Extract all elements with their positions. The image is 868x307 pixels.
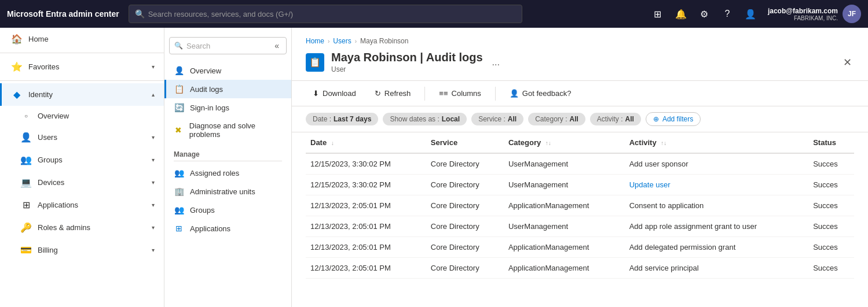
download-button[interactable]: ⬇ Download — [306, 86, 363, 101]
cell-activity: Add user sponsor — [625, 153, 809, 175]
cell-service: Core Directory — [426, 195, 504, 216]
cell-date: 12/13/2023, 2:05:01 PM — [306, 237, 426, 258]
more-options-button[interactable]: ... — [490, 55, 502, 70]
devices-icon: 💻 — [20, 177, 32, 188]
feedback-icon-btn[interactable]: 👤 — [740, 3, 761, 24]
toolbar: ⬇ Download ↻ Refresh ≡≡ Columns 👤 Got fe… — [292, 81, 868, 106]
filter-show-dates[interactable]: Show dates as : Local — [383, 113, 467, 125]
column-date: Date ↓ — [306, 132, 426, 153]
feedback-button[interactable]: 👤 Got feedback? — [503, 86, 578, 101]
search-input[interactable] — [148, 10, 516, 19]
cell-activity: Add service principal — [625, 258, 809, 279]
columns-button[interactable]: ≡≡ Columns — [432, 86, 488, 101]
overview-icon: 👤 — [174, 66, 184, 75]
cell-category: UserManagement — [504, 175, 625, 195]
cell-status: Succes — [808, 258, 854, 279]
column-category: Category ↑↓ — [504, 132, 625, 153]
circle-icon: ○ — [20, 113, 32, 119]
table-row: 12/15/2023, 3:30:02 PM Core Directory Us… — [306, 175, 854, 195]
filter-activity[interactable]: Activity : All — [590, 113, 641, 125]
section-divider — [174, 161, 282, 161]
collapse-nav-button[interactable]: « — [272, 40, 281, 51]
cell-service: Core Directory — [426, 216, 504, 237]
inner-nav-item-admin-units[interactable]: 🏢 Administrative units — [164, 182, 291, 201]
cell-category: ApplicationManagement — [504, 237, 625, 258]
refresh-button[interactable]: ↻ Refresh — [368, 86, 418, 101]
inner-nav-search[interactable]: 🔍 « — [169, 37, 287, 54]
inner-nav-item-label: Overview — [190, 66, 221, 75]
close-button[interactable]: ✕ — [841, 54, 854, 71]
breadcrumb-separator: › — [328, 38, 329, 45]
toolbar-divider — [495, 87, 496, 101]
table-row: 12/13/2023, 2:05:01 PM Core Directory Ap… — [306, 195, 854, 216]
inner-nav-item-label: Administrative units — [190, 187, 255, 196]
portal-icon-btn[interactable]: ⊞ — [647, 3, 668, 24]
settings-icon-btn[interactable]: ⚙ — [694, 3, 715, 24]
sidebar-item-favorites[interactable]: ⭐ Favorites ▾ — [0, 56, 164, 78]
refresh-icon: ↻ — [375, 89, 381, 98]
cell-activity: Consent to application — [625, 195, 809, 216]
columns-icon: ≡≡ — [439, 89, 448, 98]
help-icon-btn[interactable]: ? — [717, 3, 738, 24]
feedback-icon: 👤 — [510, 89, 519, 98]
assigned-roles-icon: 👥 — [174, 168, 184, 177]
table-header-row: Date ↓ Service Category ↑↓ Activity ↑↓ — [306, 132, 854, 153]
cell-activity: Add app role assignment grant to user — [625, 216, 809, 237]
audit-logs-icon: 📋 — [174, 84, 184, 94]
table-row: 12/13/2023, 2:05:01 PM Core Directory Us… — [306, 216, 854, 237]
cell-activity[interactable]: Update user — [625, 175, 809, 195]
sidebar-item-overview[interactable]: ○ Overview — [0, 106, 164, 126]
breadcrumb-home[interactable]: Home — [306, 37, 324, 45]
add-filters-button[interactable]: ⊕ Add filters — [646, 112, 701, 126]
sort-icon[interactable]: ↑↓ — [661, 140, 666, 146]
notification-icon-btn[interactable]: 🔔 — [671, 3, 691, 24]
filter-category-value: All — [570, 115, 578, 123]
admin-units-icon: 🏢 — [174, 187, 184, 196]
manage-section-header: Manage — [164, 143, 291, 161]
user-menu[interactable]: jacob@fabrikam.com FABRIKAM, INC. JF — [768, 5, 861, 23]
inner-nav-item-overview[interactable]: 👤 Overview — [164, 61, 291, 80]
filter-category[interactable]: Category : All — [528, 113, 585, 125]
inner-navigation: 🔍 « 👤 Overview 📋 Audit logs 🔄 Sign-in lo… — [164, 28, 292, 307]
cell-status: Succes — [808, 237, 854, 258]
inner-nav-item-diagnose[interactable]: ✖ Diagnose and solve problems — [164, 117, 291, 143]
filters-row: Date : Last 7 days Show dates as : Local… — [292, 106, 868, 132]
table-row: 12/13/2023, 2:05:01 PM Core Directory Ap… — [306, 258, 854, 279]
filter-service[interactable]: Service : All — [471, 113, 523, 125]
inner-nav-item-applications-manage[interactable]: ⊞ Applications — [164, 219, 291, 238]
sort-icon[interactable]: ↑↓ — [545, 140, 551, 146]
chevron-down-icon: ▾ — [152, 202, 155, 208]
cell-date: 12/13/2023, 2:05:01 PM — [306, 216, 426, 237]
chevron-down-icon: ▾ — [152, 247, 155, 253]
cell-category: ApplicationManagement — [504, 258, 625, 279]
sidebar-item-label: Overview — [38, 112, 155, 120]
cell-date: 12/13/2023, 2:05:01 PM — [306, 258, 426, 279]
inner-nav-item-groups-manage[interactable]: 👥 Groups — [164, 201, 291, 219]
sidebar-item-billing[interactable]: 💳 Billing ▾ — [0, 239, 164, 261]
inner-nav-item-assigned-roles[interactable]: 👥 Assigned roles — [164, 164, 291, 182]
sidebar-item-home[interactable]: 🏠 Home — [0, 28, 164, 50]
inner-nav-item-audit-logs[interactable]: 📋 Audit logs — [164, 80, 291, 98]
page-icon: 📋 — [306, 53, 324, 72]
sidebar-item-devices[interactable]: 💻 Devices ▾ — [0, 171, 164, 194]
chevron-up-icon: ▴ — [152, 91, 155, 98]
sidebar-item-users[interactable]: 👤 Users ▾ — [0, 126, 164, 149]
filter-date[interactable]: Date : Last 7 days — [306, 113, 378, 125]
inner-search-input[interactable] — [186, 42, 269, 50]
cell-service: Core Directory — [426, 175, 504, 195]
inner-nav-item-sign-in-logs[interactable]: 🔄 Sign-in logs — [164, 98, 291, 117]
global-search[interactable]: 🔍 — [129, 5, 522, 23]
sidebar-item-identity[interactable]: ◆ Identity ▴ — [0, 83, 164, 106]
sidebar-item-roles[interactable]: 🔑 Roles & admins ▾ — [0, 216, 164, 239]
cell-date: 12/13/2023, 2:05:01 PM — [306, 195, 426, 216]
users-icon: 👤 — [20, 132, 32, 143]
sidebar-item-groups[interactable]: 👥 Groups ▾ — [0, 149, 164, 171]
groups-icon: 👥 — [20, 154, 32, 165]
sidebar-item-applications[interactable]: ⊞ Applications ▾ — [0, 194, 164, 216]
sort-icon[interactable]: ↓ — [331, 140, 334, 146]
sidebar-item-label: Billing — [38, 246, 146, 254]
breadcrumb-users[interactable]: Users — [333, 37, 351, 45]
sidebar-item-label: Roles & admins — [38, 223, 146, 232]
breadcrumb: Home › Users › Maya Robinson — [306, 37, 854, 45]
chevron-down-icon: ▾ — [152, 224, 155, 231]
